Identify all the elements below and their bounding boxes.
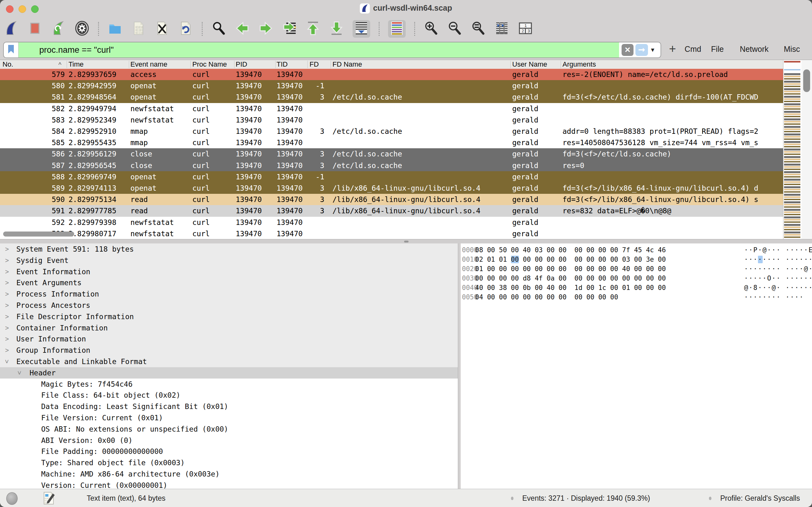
zoom-in-button[interactable]: [424, 21, 439, 37]
filter-dropdown-caret[interactable]: ▼: [650, 42, 655, 57]
chevron-right-icon[interactable]: >: [5, 266, 9, 277]
filter-shortcut-cmd[interactable]: Cmd: [682, 42, 704, 56]
column-separator[interactable]: [331, 61, 331, 68]
event-row-590[interactable]: 5902.829975134readcurl1394701394703/lib/…: [0, 194, 801, 206]
tree-item-sysdig-event[interactable]: >Sysdig Event: [0, 255, 458, 266]
reload-file-button[interactable]: [178, 21, 193, 37]
event-row-587[interactable]: 5872.829956545closecurl1394701394703/etc…: [0, 160, 801, 171]
splitter-handle[interactable]: [404, 241, 409, 242]
event-row-586[interactable]: 5862.829956129closecurl1394701394703/etc…: [0, 148, 801, 160]
chevron-right-icon[interactable]: >: [5, 300, 9, 311]
capture-options-button[interactable]: [74, 21, 90, 37]
tree-item-user-information[interactable]: >User Information: [0, 333, 458, 345]
hex-row-0010[interactable]: 001002 01 01 00 00 00 00 00 00 00 00 00 …: [461, 255, 812, 264]
intelligent-scrollbar-minimap[interactable]: [783, 60, 802, 239]
tree-item-container-information[interactable]: >Container Information: [0, 322, 458, 334]
chevron-right-icon[interactable]: >: [5, 255, 9, 266]
column-header-tid[interactable]: TID: [276, 60, 287, 69]
chevron-right-icon[interactable]: >: [5, 333, 9, 345]
tree-item-os-abi[interactable]: OS ABI: No extensions or unspecified (0x…: [0, 424, 458, 435]
hex-row-0000[interactable]: 000008 00 50 00 40 03 00 00 00 00 00 00 …: [461, 245, 812, 255]
filter-shortcut-network[interactable]: Network: [739, 42, 770, 56]
hex-row-0020[interactable]: 002001 00 00 00 00 00 00 00 00 00 00 00 …: [461, 264, 812, 274]
tree-item-event-information[interactable]: >Event Information: [0, 266, 458, 277]
filter-shortcut-misc[interactable]: Misc: [779, 42, 805, 56]
tree-item-machine[interactable]: Machine: AMD x86-64 architecture (0x003e…: [0, 468, 458, 480]
chevron-down-icon[interactable]: >: [1, 360, 12, 363]
event-list-vertical-scrollbar[interactable]: [802, 60, 812, 239]
close-file-button[interactable]: [155, 21, 170, 37]
column-separator[interactable]: [275, 61, 276, 68]
event-row-579[interactable]: 5792.829937659accesscurl139470139470gera…: [0, 69, 801, 80]
next-event-button[interactable]: [258, 21, 273, 37]
column-header-event-name[interactable]: Event name: [130, 60, 167, 69]
tree-item-type[interactable]: Type: Shared object file (0x0003): [0, 457, 458, 468]
column-separator[interactable]: [560, 61, 561, 68]
event-row-585[interactable]: 5852.829955435mmapcurl139470139470gerald…: [0, 137, 801, 149]
tree-item-event-arguments[interactable]: >Event Arguments: [0, 277, 458, 288]
tree-item-data-encoding[interactable]: Data Encoding: Least Significant Bit (0x…: [0, 401, 458, 412]
previous-event-button[interactable]: [235, 21, 250, 37]
event-row-593[interactable]: 5932.829980717newfstatatcurl139470139470…: [0, 228, 801, 240]
column-header-time[interactable]: Time: [68, 60, 84, 69]
start-capture-button[interactable]: [4, 21, 19, 37]
auto-scroll-button[interactable]: [353, 20, 370, 38]
chevron-right-icon[interactable]: >: [5, 243, 9, 255]
tree-item-abi-version[interactable]: ABI Version: 0x00 (0): [0, 435, 458, 446]
column-header-pid[interactable]: PID: [236, 60, 247, 69]
tree-item-magic-bytes[interactable]: Magic Bytes: 7f454c46: [0, 379, 458, 390]
event-row-584[interactable]: 5842.829952910mmapcurl1394701394703/etc/…: [0, 126, 801, 137]
tree-item-version[interactable]: Version: Current (0x00000001): [0, 480, 458, 489]
column-header-user-name[interactable]: User Name: [512, 60, 547, 69]
event-row-592[interactable]: 5922.829979398newfstatatcurl139470139470…: [0, 217, 801, 228]
event-row-591[interactable]: 5912.829977785readcurl1394701394703/lib/…: [0, 205, 801, 217]
filter-shortcut-file[interactable]: File: [706, 42, 728, 56]
hex-row-0040[interactable]: 004040 00 38 00 0b 00 40 00 1d 00 1c 00 …: [461, 283, 812, 292]
layout-button[interactable]: 123: [518, 21, 533, 37]
filter-input[interactable]: proc.name == "curl": [18, 42, 619, 57]
stop-capture-button[interactable]: [28, 21, 42, 37]
filter-clear-button[interactable]: ✕: [621, 44, 634, 56]
column-header-arguments[interactable]: Arguments: [562, 60, 596, 69]
hex-row-0050[interactable]: 005004 00 00 00 00 00 00 00 00 00 00 00·…: [461, 292, 812, 302]
zoom-out-button[interactable]: [447, 21, 462, 37]
column-separator[interactable]: [191, 61, 191, 68]
tree-item-group-information[interactable]: >Group Information: [0, 345, 458, 356]
colorize-button[interactable]: [388, 20, 406, 38]
column-separator[interactable]: [67, 61, 67, 68]
open-file-button[interactable]: [107, 21, 122, 37]
column-separator[interactable]: [129, 61, 129, 68]
tree-item-process-ancestors[interactable]: >Process Ancestors: [0, 300, 458, 311]
capture-comment-icon[interactable]: 010101100110: [42, 491, 56, 507]
event-list-horizontal-scrollbar[interactable]: [3, 231, 74, 236]
filter-add-button[interactable]: +: [665, 41, 680, 57]
column-header-fd[interactable]: FD: [310, 60, 319, 69]
chevron-right-icon[interactable]: >: [5, 311, 9, 322]
expert-info-icon[interactable]: [6, 492, 17, 505]
event-row-589[interactable]: 5892.829974113openatcurl1394701394703/li…: [0, 182, 801, 194]
tree-item-executable-and-linkable-format[interactable]: >Executable and Linkable Format: [0, 356, 458, 367]
save-file-button[interactable]: 010100110101110: [131, 21, 146, 37]
column-header-fd-name[interactable]: FD Name: [332, 60, 362, 69]
event-row-580[interactable]: 5802.829942959openatcurl139470139470-1ge…: [0, 80, 801, 92]
tree-item-file-descriptor-information[interactable]: >File Descriptor Information: [0, 311, 458, 322]
event-row-581[interactable]: 5812.829948564openatcurl1394701394703/et…: [0, 92, 801, 103]
filter-apply-button[interactable]: ➞: [635, 44, 648, 56]
filter-bookmark-button[interactable]: [4, 42, 18, 57]
event-row-588[interactable]: 5882.829969749openatcurl139470139470-1ge…: [0, 171, 801, 183]
tree-item-file-class[interactable]: File Class: 64-bit object (0x02): [0, 390, 458, 401]
chevron-right-icon[interactable]: >: [5, 277, 9, 288]
status-profile[interactable]: Profile: Gerald's Syscalls: [720, 489, 800, 507]
event-row-582[interactable]: 5822.829949794newfstatatcurl139470139470…: [0, 103, 801, 115]
zoom-reset-button[interactable]: [471, 21, 486, 37]
tree-item-file-version[interactable]: File Version: Current (0x01): [0, 412, 458, 424]
find-event-button[interactable]: [211, 21, 226, 37]
chevron-right-icon[interactable]: >: [5, 288, 9, 300]
column-separator[interactable]: [307, 61, 308, 68]
tree-item-file-padding[interactable]: File Padding: 00000000000000: [0, 446, 458, 457]
restart-capture-button[interactable]: [51, 21, 66, 37]
resize-columns-button[interactable]: [494, 21, 509, 37]
chevron-right-icon[interactable]: >: [5, 322, 9, 334]
event-row-583[interactable]: 5832.829952349newfstatatcurl139470139470…: [0, 114, 801, 126]
tree-item-process-information[interactable]: >Process Information: [0, 288, 458, 300]
